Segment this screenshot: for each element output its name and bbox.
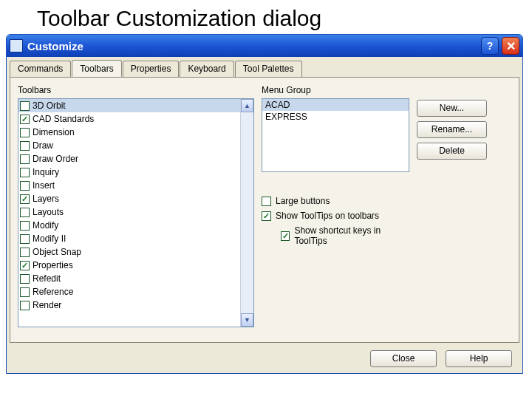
- checkbox-icon[interactable]: [20, 208, 30, 217]
- checkbox-icon[interactable]: ✓: [262, 211, 271, 221]
- list-item[interactable]: Modify: [18, 219, 240, 232]
- list-item[interactable]: ✓Properties: [18, 259, 240, 272]
- list-item-label: Refedit: [33, 273, 61, 284]
- checkbox-icon[interactable]: [20, 248, 30, 257]
- option-show-shortcut[interactable]: ✓ Show shortcut keys in ToolTips: [281, 225, 409, 246]
- window-title: Customize: [27, 40, 478, 52]
- list-item-label: Render: [33, 300, 61, 310]
- toolbars-label: Toolbars: [18, 85, 254, 95]
- checkbox-icon[interactable]: [20, 181, 30, 191]
- customize-window: Customize ? ✕ Commands Toolbars Properti…: [6, 34, 523, 374]
- dialog-buttons: Close Help: [7, 343, 522, 367]
- toolbars-column: Toolbars 3D Orbit✓CAD StandardsDimension…: [18, 85, 254, 335]
- checkbox-icon[interactable]: [20, 154, 30, 164]
- list-item[interactable]: EXPRESS: [262, 111, 409, 123]
- checkbox-icon[interactable]: [20, 141, 30, 151]
- list-item-label: Properties: [33, 260, 73, 270]
- list-item[interactable]: ✓Layers: [18, 192, 240, 205]
- app-icon: [10, 39, 23, 52]
- checkbox-icon[interactable]: [20, 221, 30, 231]
- delete-button[interactable]: Delete: [417, 143, 487, 160]
- option-label: Show shortcut keys in ToolTips: [294, 225, 409, 246]
- checkbox-icon[interactable]: [20, 301, 30, 310]
- help-button[interactable]: Help: [446, 350, 512, 367]
- menugroup-column: Menu Group ACADEXPRESS Large buttons ✓ S…: [262, 85, 409, 335]
- list-item[interactable]: Object Snap: [18, 245, 240, 259]
- list-item[interactable]: Draw Order: [18, 152, 240, 166]
- titlebar[interactable]: Customize ? ✕: [7, 35, 522, 57]
- list-item[interactable]: Render: [18, 299, 240, 312]
- close-button[interactable]: Close: [370, 350, 437, 367]
- list-item-label: Draw: [33, 140, 53, 151]
- checkbox-icon[interactable]: [20, 287, 30, 297]
- tab-properties[interactable]: Properties: [123, 61, 180, 78]
- close-titlebar-button[interactable]: ✕: [502, 37, 519, 55]
- list-item[interactable]: Draw: [18, 139, 240, 152]
- list-item[interactable]: 3D Orbit: [18, 99, 240, 112]
- help-titlebar-button[interactable]: ?: [481, 37, 499, 55]
- list-item[interactable]: Dimension: [18, 126, 240, 139]
- tab-tool-palettes[interactable]: Tool Palettes: [235, 61, 302, 78]
- menugroup-listbox[interactable]: ACADEXPRESS: [262, 98, 409, 172]
- menugroup-label: Menu Group: [262, 85, 409, 95]
- checkbox-icon[interactable]: ✓: [281, 231, 290, 241]
- list-item-label: Draw Order: [33, 154, 78, 164]
- action-buttons-column: New... Rename... Delete: [417, 85, 511, 335]
- scroll-down-icon[interactable]: ▼: [241, 313, 253, 327]
- new-button[interactable]: New...: [417, 100, 487, 117]
- checkbox-icon[interactable]: [20, 101, 30, 111]
- list-item[interactable]: Refedit: [18, 272, 240, 285]
- tab-strip: Commands Toolbars Properties Keyboard To…: [7, 57, 522, 77]
- list-item-label: Layouts: [33, 207, 64, 217]
- options-group: Large buttons ✓ Show ToolTips on toolbar…: [262, 196, 409, 246]
- tab-keyboard[interactable]: Keyboard: [180, 61, 233, 78]
- option-show-tooltips[interactable]: ✓ Show ToolTips on toolbars: [262, 211, 409, 221]
- list-item-label: Modify II: [33, 233, 66, 244]
- tab-commands[interactable]: Commands: [10, 61, 71, 78]
- rename-button[interactable]: Rename...: [417, 121, 487, 138]
- list-item-label: Dimension: [33, 127, 75, 137]
- list-item-label: Modify: [33, 220, 58, 231]
- page-heading: Toolbar Customization dialog: [0, 0, 532, 34]
- list-item[interactable]: Reference: [18, 285, 240, 299]
- option-large-buttons[interactable]: Large buttons: [262, 196, 409, 206]
- checkbox-icon[interactable]: [20, 234, 30, 244]
- list-item-label: Insert: [33, 180, 55, 191]
- checkbox-icon[interactable]: [20, 128, 30, 137]
- toolbars-listbox[interactable]: 3D Orbit✓CAD StandardsDimensionDrawDraw …: [18, 98, 254, 327]
- checkbox-icon[interactable]: [20, 168, 30, 177]
- option-label: Large buttons: [276, 196, 330, 206]
- list-item-label: Inquiry: [33, 167, 59, 177]
- list-item[interactable]: ACAD: [262, 99, 409, 111]
- list-item-label: Reference: [33, 287, 73, 297]
- checkbox-icon[interactable]: ✓: [20, 261, 30, 270]
- list-item[interactable]: Layouts: [18, 205, 240, 219]
- list-item-label: Object Snap: [33, 247, 81, 257]
- list-item[interactable]: Insert: [18, 179, 240, 192]
- checkbox-icon[interactable]: [262, 197, 271, 206]
- tab-toolbars[interactable]: Toolbars: [72, 60, 121, 77]
- list-item-label: CAD Standards: [33, 114, 94, 124]
- list-item-label: 3D Orbit: [33, 100, 66, 111]
- tab-panel: Toolbars 3D Orbit✓CAD StandardsDimension…: [10, 77, 519, 343]
- scroll-up-icon[interactable]: ▲: [241, 99, 253, 112]
- checkbox-icon[interactable]: ✓: [20, 115, 30, 124]
- checkbox-icon[interactable]: ✓: [20, 194, 30, 204]
- option-label: Show ToolTips on toolbars: [276, 211, 379, 221]
- list-item-label: Layers: [33, 194, 59, 204]
- toolbars-scrollbar[interactable]: ▲ ▼: [240, 99, 253, 327]
- checkbox-icon[interactable]: [20, 274, 30, 284]
- list-item[interactable]: Inquiry: [18, 166, 240, 179]
- list-item[interactable]: ✓CAD Standards: [18, 112, 240, 126]
- list-item[interactable]: Modify II: [18, 232, 240, 245]
